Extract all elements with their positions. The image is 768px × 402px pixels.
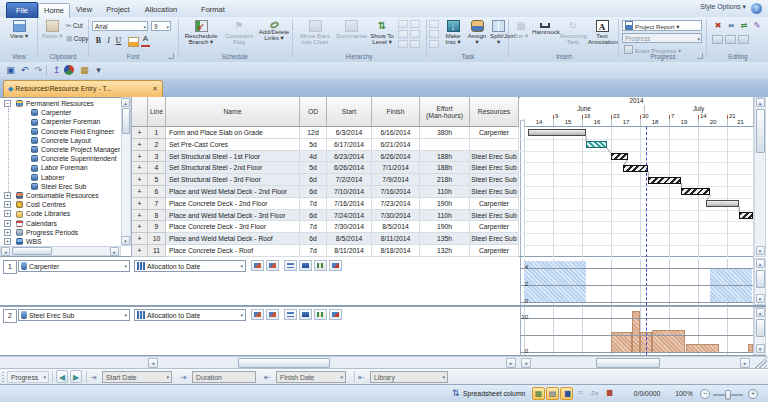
tree-item-steel-erec-sub[interactable]: Steel Erec Sub: [41, 182, 86, 191]
tree-vscroll-thumb[interactable]: [122, 108, 130, 134]
pane2-view-dropdown[interactable]: Allocation to Date ▾: [134, 309, 246, 321]
gantt-bar-row-5[interactable]: [648, 177, 681, 184]
project-report-button[interactable]: Project Report ▾: [622, 20, 702, 31]
task-finish-11[interactable]: 8/18/2014: [372, 245, 420, 257]
summarise-button[interactable]: Summarise: [336, 18, 366, 51]
progress-dropdown[interactable]: Progress▾: [7, 371, 49, 383]
delete-button[interactable]: ✖: [712, 20, 724, 32]
task-effort-5[interactable]: 218h: [420, 174, 470, 186]
split-join-button[interactable]: Split/Join ▾: [490, 18, 507, 51]
table-hscroll-left-button[interactable]: ◂: [148, 358, 158, 368]
row-marker[interactable]: +: [132, 162, 148, 174]
gantt-bar-row-7[interactable]: [706, 200, 739, 207]
task-name-8[interactable]: Place and Weld Metal Deck - 3rd Floor: [166, 210, 300, 222]
row-marker[interactable]: +: [132, 127, 148, 139]
task-start-9[interactable]: 7/30/2014: [327, 221, 372, 233]
tree-item-consumable-resources[interactable]: Consumable Resources: [26, 191, 99, 200]
task-name-2[interactable]: Set Pre-Cast Cores: [166, 139, 300, 151]
highlight-color-button[interactable]: [128, 37, 139, 47]
tree-item-permanent-resources[interactable]: Permanent Resources: [26, 99, 94, 108]
task-resources-3[interactable]: Steel Erec Sub: [470, 151, 519, 163]
task-effort-11[interactable]: 132h: [420, 245, 470, 257]
graph-view-icon[interactable]: [299, 260, 312, 271]
task-resources-5[interactable]: Steel Erec Sub: [470, 174, 519, 186]
move-bars-into-chart-button[interactable]: Move Bars into Chart: [296, 18, 334, 51]
table-hscroll-thumb[interactable]: [238, 358, 330, 368]
gantt-hscroll-thumb[interactable]: [596, 358, 660, 368]
task-effort-2[interactable]: [420, 139, 470, 151]
save-button[interactable]: ▣: [4, 64, 17, 77]
text-annotation-button[interactable]: AText Annotation: [588, 18, 616, 51]
task-od-8[interactable]: 6d: [300, 210, 327, 222]
font-dialog-launcher[interactable]: [168, 53, 174, 59]
task-finish-7[interactable]: 7/23/2014: [372, 198, 420, 210]
paste-histogram-icon[interactable]: [266, 309, 279, 320]
sort-za-icon[interactable]: Za: [588, 387, 601, 400]
tree-item-concrete-project-manager[interactable]: Concrete Project Manager: [41, 145, 120, 154]
show-to-level-button[interactable]: ⇅Show To Level ▾: [368, 18, 396, 51]
undo-button[interactable]: ↶: [18, 64, 31, 77]
row-marker[interactable]: +: [132, 198, 148, 210]
row-marker[interactable]: +: [132, 151, 148, 163]
finish-date-field[interactable]: Finish Date▾: [276, 371, 346, 383]
tree-item-progress-periods[interactable]: Progress Periods: [26, 228, 78, 237]
task-effort-3[interactable]: 188h: [420, 151, 470, 163]
gantt-vscroll-thumb[interactable]: [756, 109, 765, 153]
task-effort-1[interactable]: 380h: [420, 127, 470, 139]
task-name-9[interactable]: Place Concrete Deck - 3rd Floor: [166, 221, 300, 233]
tree-toggle-progress-periods[interactable]: +: [4, 229, 11, 236]
task-od-9[interactable]: 7d: [300, 221, 327, 233]
row-number-7[interactable]: 7: [148, 198, 166, 210]
tree-item-carpenter[interactable]: Carpenter: [41, 108, 71, 117]
task-resources-6[interactable]: Steel Erec Sub: [470, 186, 519, 198]
close-histogram-icon[interactable]: [329, 260, 342, 271]
graph-view-icon[interactable]: [299, 309, 312, 320]
library-dropdown[interactable]: Library▾: [370, 371, 448, 383]
zoom-slider-thumb[interactable]: [725, 390, 731, 400]
task-start-11[interactable]: 8/11/2014: [327, 245, 372, 257]
pane2-vscroll-down[interactable]: ▾: [756, 344, 765, 353]
row-number-5[interactable]: 5: [148, 174, 166, 186]
font-underline-button[interactable]: U: [114, 36, 123, 46]
bar-chart-icon[interactable]: [314, 309, 327, 320]
reschedule-branch-button[interactable]: ↙Reschedule Branch ▾: [182, 18, 220, 51]
task-name-5[interactable]: Set Structural Steel - 3rd Floor: [166, 174, 300, 186]
task-finish-9[interactable]: 8/5/2014: [372, 221, 420, 233]
tree-item-cost-centres[interactable]: Cost Centres: [26, 200, 66, 209]
task-start-2[interactable]: 6/17/2014: [327, 139, 372, 151]
task-od-3[interactable]: 4d: [300, 151, 327, 163]
row-number-2[interactable]: 2: [148, 139, 166, 151]
tree-toggle-consumable-resources[interactable]: +: [4, 192, 11, 199]
task-od-7[interactable]: 7d: [300, 198, 327, 210]
assign-user-button[interactable]: ✎: [751, 20, 763, 32]
ribbon-tab-home[interactable]: Home: [38, 3, 70, 18]
ribbon-tab-format[interactable]: Format: [194, 3, 232, 17]
baseline-chart-icon[interactable]: ▮▮: [602, 387, 615, 400]
task-od-4[interactable]: 5d: [300, 162, 327, 174]
gantt-hscroll-left-button[interactable]: ◂: [521, 358, 531, 368]
view-button[interactable]: View ▾: [4, 18, 34, 51]
ribbon-tab-file[interactable]: File: [6, 2, 38, 18]
table-view-icon[interactable]: [284, 260, 297, 271]
row-marker[interactable]: +: [132, 186, 148, 198]
recurring-task-button[interactable]: ↻Recurring Task: [560, 18, 586, 51]
task-name-3[interactable]: Set Structural Steel - 1st Floor: [166, 151, 300, 163]
font-family-combo[interactable]: Arial▾: [92, 21, 148, 31]
close-histogram-icon[interactable]: [329, 309, 342, 320]
task-start-5[interactable]: 7/2/2014: [327, 174, 372, 186]
task-resources-9[interactable]: Carpenter: [470, 221, 519, 233]
task-start-8[interactable]: 7/24/2014: [327, 210, 372, 222]
tree-item-concrete-field-engineer[interactable]: Concrete Field Engineer: [41, 127, 114, 136]
tree-hscroll-left[interactable]: ◂: [1, 247, 10, 256]
line-graph-icon[interactable]: ≈: [574, 387, 587, 400]
task-finish-2[interactable]: 6/21/2014: [372, 139, 420, 151]
pane2-vscroll-up[interactable]: ▴: [756, 308, 765, 317]
paste-histogram-icon[interactable]: [266, 260, 279, 271]
bar-button[interactable]: ▦Bar ▾: [512, 18, 530, 51]
copy-histogram-icon[interactable]: [251, 309, 264, 320]
gantt-vscroll-down[interactable]: ▾: [756, 246, 765, 255]
make-into-button[interactable]: ↓Make Into ▾: [442, 18, 464, 51]
ribbon-tab-view[interactable]: View: [70, 3, 98, 17]
copy-button[interactable]: ▤Copy: [66, 33, 88, 44]
outdent-icon[interactable]: [398, 20, 408, 28]
